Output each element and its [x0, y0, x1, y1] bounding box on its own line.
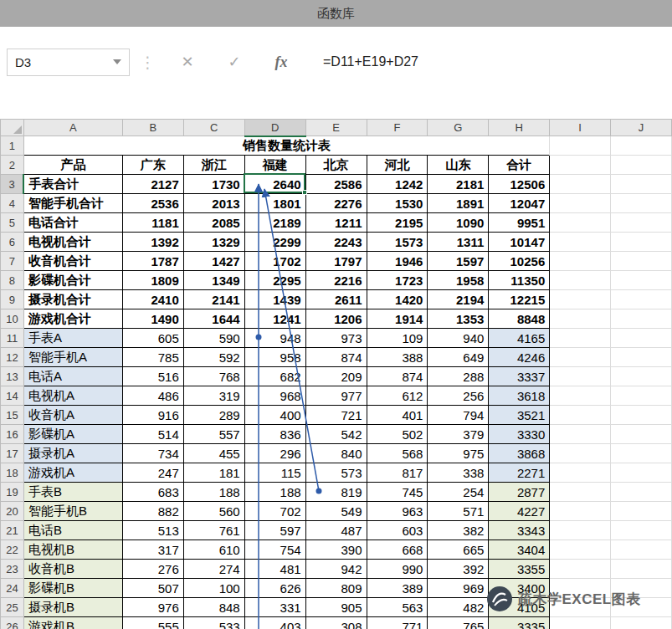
- row-label[interactable]: 智能手机合计: [23, 194, 122, 213]
- cell[interactable]: 573: [305, 463, 367, 483]
- column-title[interactable]: 河北: [367, 156, 428, 175]
- column-title[interactable]: 山东: [428, 156, 489, 175]
- cell[interactable]: 256: [428, 386, 489, 406]
- cell[interactable]: 12215: [489, 290, 550, 309]
- cell[interactable]: 940: [428, 329, 489, 348]
- row-label[interactable]: 电视机合计: [23, 233, 122, 252]
- cell[interactable]: 761: [183, 521, 244, 540]
- cell[interactable]: 276: [122, 560, 183, 579]
- cell[interactable]: 1801: [244, 194, 305, 213]
- cell[interactable]: 3343: [489, 521, 550, 540]
- cell[interactable]: 209: [305, 367, 367, 386]
- cell[interactable]: 109: [367, 329, 428, 348]
- cell[interactable]: 308: [305, 617, 367, 629]
- cell[interactable]: 486: [122, 386, 183, 406]
- cell[interactable]: 976: [122, 598, 183, 617]
- cell[interactable]: 3521: [489, 406, 550, 425]
- cell[interactable]: 2243: [305, 233, 367, 252]
- cell[interactable]: 836: [244, 425, 305, 444]
- cell[interactable]: 2194: [428, 290, 489, 309]
- cell[interactable]: 882: [122, 502, 183, 521]
- row-label[interactable]: 电话B: [23, 521, 122, 540]
- cell[interactable]: [550, 483, 611, 502]
- cell[interactable]: 2536: [122, 194, 183, 213]
- cell[interactable]: 3618: [489, 386, 550, 406]
- cell[interactable]: 819: [305, 483, 367, 502]
- cell[interactable]: 9951: [489, 213, 550, 233]
- column-header-H[interactable]: H: [489, 120, 550, 136]
- cell[interactable]: 1530: [367, 194, 428, 213]
- cell[interactable]: 2271: [489, 463, 550, 483]
- cell[interactable]: 568: [367, 444, 428, 463]
- cell[interactable]: 1597: [428, 252, 489, 271]
- cell[interactable]: [550, 329, 611, 348]
- row-header-15[interactable]: 15: [1, 406, 24, 425]
- cell[interactable]: 571: [428, 502, 489, 521]
- row-header-13[interactable]: 13: [1, 367, 24, 386]
- cell[interactable]: 754: [244, 540, 305, 560]
- cell[interactable]: 785: [122, 348, 183, 367]
- cell[interactable]: [611, 463, 672, 483]
- cell[interactable]: [611, 444, 672, 463]
- cell[interactable]: 4227: [489, 502, 550, 521]
- column-title[interactable]: 福建: [244, 156, 305, 175]
- cell[interactable]: [611, 329, 672, 348]
- cell[interactable]: 482: [428, 598, 489, 617]
- cell[interactable]: 610: [183, 540, 244, 560]
- cell[interactable]: 1181: [122, 213, 183, 233]
- cell[interactable]: 560: [183, 502, 244, 521]
- cell[interactable]: 1891: [428, 194, 489, 213]
- cell[interactable]: [611, 617, 672, 629]
- cell[interactable]: 481: [244, 560, 305, 579]
- column-header-C[interactable]: C: [183, 120, 244, 136]
- cell[interactable]: 1644: [183, 309, 244, 329]
- cell[interactable]: [550, 271, 611, 290]
- cell[interactable]: 1797: [305, 252, 367, 271]
- cell[interactable]: [550, 386, 611, 406]
- cell[interactable]: 1787: [122, 252, 183, 271]
- cell[interactable]: 542: [305, 425, 367, 444]
- cell[interactable]: [550, 175, 611, 194]
- cell[interactable]: 1914: [367, 309, 428, 329]
- cell[interactable]: [611, 540, 672, 560]
- cell[interactable]: 1349: [183, 271, 244, 290]
- cell[interactable]: 549: [305, 502, 367, 521]
- row-label[interactable]: 影碟机B: [23, 579, 122, 598]
- cell[interactable]: 3330: [489, 425, 550, 444]
- column-header-J[interactable]: J: [611, 120, 672, 136]
- row-label[interactable]: 电话A: [23, 367, 122, 386]
- cell[interactable]: 958: [244, 348, 305, 367]
- cell[interactable]: 963: [367, 502, 428, 521]
- cell[interactable]: 1420: [367, 290, 428, 309]
- cell[interactable]: 2085: [183, 213, 244, 233]
- row-label[interactable]: 摄录机合计: [23, 290, 122, 309]
- cell[interactable]: 115: [244, 463, 305, 483]
- row-label[interactable]: 摄录机A: [23, 444, 122, 463]
- cell[interactable]: 247: [122, 463, 183, 483]
- cell[interactable]: 400: [244, 406, 305, 425]
- cell[interactable]: 403: [244, 617, 305, 629]
- cell[interactable]: 848: [183, 598, 244, 617]
- cell[interactable]: [550, 213, 611, 233]
- cell[interactable]: 188: [244, 483, 305, 502]
- cell[interactable]: [611, 367, 672, 386]
- cell[interactable]: 3404: [489, 540, 550, 560]
- cell[interactable]: [611, 290, 672, 309]
- cell[interactable]: 2410: [122, 290, 183, 309]
- cell[interactable]: 1353: [428, 309, 489, 329]
- column-header-G[interactable]: G: [428, 120, 489, 136]
- row-header-21[interactable]: 21: [1, 521, 24, 540]
- row-header-26[interactable]: 26: [1, 617, 24, 629]
- cell[interactable]: 3355: [489, 560, 550, 579]
- cell[interactable]: 254: [428, 483, 489, 502]
- cell[interactable]: 502: [367, 425, 428, 444]
- cell[interactable]: 840: [305, 444, 367, 463]
- cell[interactable]: 916: [122, 406, 183, 425]
- cell[interactable]: 1206: [305, 309, 367, 329]
- cell[interactable]: 1490: [122, 309, 183, 329]
- cell[interactable]: [611, 136, 672, 156]
- cell[interactable]: [550, 406, 611, 425]
- cell[interactable]: 905: [305, 598, 367, 617]
- cell[interactable]: 1329: [183, 233, 244, 252]
- cell[interactable]: 2276: [305, 194, 367, 213]
